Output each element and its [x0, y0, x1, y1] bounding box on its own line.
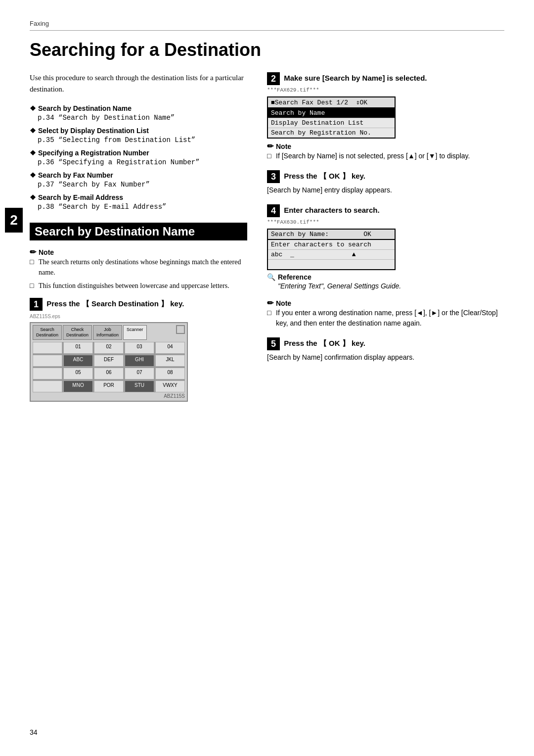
- note-block: Note The search returns only destination…: [30, 247, 247, 291]
- page-number: 34: [30, 728, 38, 736]
- section-heading: Search by Destination Name: [30, 223, 247, 240]
- printer-panel: SearchDestination CheckDestination JobIn…: [30, 322, 188, 402]
- breadcrumb: Faxing: [30, 20, 504, 27]
- panel-cell[interactable]: 01: [63, 342, 93, 354]
- step3-label: Press the 【 OK 】 key.: [284, 172, 365, 180]
- screen4-row-header: Search by Name: OK: [268, 230, 395, 240]
- step2-note-title: Note: [267, 142, 504, 151]
- panel-cell[interactable]: 08: [155, 368, 185, 379]
- panel-cell: [33, 380, 62, 392]
- screen-row-header: ■Search Fax Dest 1/2 ⇕OK: [268, 97, 395, 108]
- panel-caption: ABZ115S: [33, 393, 185, 399]
- toc-label: Search by Fax Number: [30, 171, 113, 179]
- panel-buttons: SearchDestination CheckDestination JobIn…: [33, 325, 185, 340]
- screen4-row-3: [268, 260, 395, 269]
- panel-cell[interactable]: 03: [125, 342, 154, 354]
- step2-note-item: If [Search by Name] is not selected, pre…: [267, 151, 504, 161]
- panel-cell-abc[interactable]: ABC: [63, 355, 93, 367]
- step4-note-title: Note: [267, 298, 504, 308]
- screen4-row-2: abc _ ▲: [268, 250, 395, 260]
- step1-number: 1: [30, 298, 43, 311]
- toc-label: Search by Destination Name: [30, 104, 132, 112]
- step2-number: 2: [267, 72, 280, 85]
- step3-number: 3: [267, 170, 280, 183]
- toc-ref: p.38 “Search by E-mail Address”: [38, 203, 247, 211]
- panel-cell[interactable]: 07: [125, 368, 154, 379]
- screen4-row-1: Enter characters to search: [268, 240, 395, 250]
- toc-item: Search by Destination Namep.34 “Search b…: [30, 104, 247, 122]
- step4-note: Note If you enter a wrong destination na…: [267, 298, 504, 329]
- note-title: Note: [30, 247, 247, 257]
- reference-text: "Entering Text", General Settings Guide.: [267, 281, 504, 291]
- step4-label: Enter characters to search.: [284, 206, 379, 214]
- reference-title: Reference: [267, 273, 504, 281]
- step1-block: 1 Press the 【 Search Destination 】 key. …: [30, 298, 247, 402]
- screen-row-2: Display Destination List: [268, 118, 395, 128]
- panel-cell-por[interactable]: POR: [94, 380, 124, 392]
- panel-cell-ghi[interactable]: GHI: [125, 355, 154, 367]
- step2-filename: ***FAX629.tif***: [267, 87, 504, 93]
- intro-text: Use this procedure to search through the…: [30, 72, 247, 94]
- step4-screen: Search by Name: OK Enter characters to s…: [267, 229, 396, 270]
- step2-screen: ■Search Fax Dest 1/2 ⇕OK Search by Name …: [267, 96, 396, 139]
- panel-cell-def[interactable]: DEF: [94, 355, 124, 367]
- screen-row-3: Search by Registration No.: [268, 128, 395, 138]
- screen-row-1: Search by Name: [268, 108, 395, 118]
- toc-ref: p.37 “Search by Fax Number”: [38, 181, 247, 189]
- step5-title: 5 Press the 【 OK 】 key.: [267, 337, 504, 350]
- step3-block: 3 Press the 【 OK 】 key. [Search by Name]…: [267, 170, 504, 195]
- panel-btn-search[interactable]: SearchDestination: [33, 325, 62, 340]
- step5-label: Press the 【 OK 】 key.: [284, 339, 365, 347]
- step2-title: 2 Make sure [Search by Name] is selected…: [267, 72, 504, 85]
- toc-label: Select by Display Destination List: [30, 127, 149, 135]
- panel-cell-jkl[interactable]: JKL: [155, 355, 185, 367]
- panel-cell[interactable]: 05: [63, 368, 93, 379]
- toc-item: Search by Fax Numberp.37 “Search by Fax …: [30, 171, 247, 189]
- step4-title: 4 Enter characters to search.: [267, 204, 504, 217]
- top-rule: [30, 30, 504, 31]
- right-column: 2 Make sure [Search by Name] is selected…: [267, 72, 504, 372]
- panel-cell-stu[interactable]: STU: [125, 380, 154, 392]
- step1-image-label: ABZ115S.eps: [30, 314, 247, 319]
- panel-cell[interactable]: 04: [155, 342, 185, 354]
- step2-note: Note If [Search by Name] is not selected…: [267, 142, 504, 161]
- panel-cell: [33, 355, 62, 367]
- panel-btn-check[interactable]: CheckDestination: [63, 325, 92, 340]
- step5-desc: [Search by Name] confirmation display ap…: [267, 352, 504, 363]
- note-item: This function distinguishes between lowe…: [30, 281, 247, 291]
- note-item: The search returns only destinations who…: [30, 257, 247, 278]
- panel-cell: [33, 368, 62, 379]
- panel-extra-btn: [176, 325, 185, 334]
- panel-cell: [33, 342, 62, 354]
- step3-title: 3 Press the 【 OK 】 key.: [267, 170, 504, 183]
- toc-ref: p.34 “Search by Destination Name”: [38, 114, 247, 122]
- step2-label: Make sure [Search by Name] is selected.: [284, 74, 427, 82]
- panel-cell[interactable]: 02: [94, 342, 124, 354]
- step1-label: Press the 【 Search Destination 】 key.: [46, 299, 184, 308]
- page-title: Searching for a Destination: [30, 40, 504, 60]
- step5-number: 5: [267, 337, 280, 350]
- panel-cell-vwxy[interactable]: VWXY: [155, 380, 185, 392]
- note-items: The search returns only destinations who…: [30, 257, 247, 291]
- panel-btn-scanner[interactable]: Scanner: [123, 325, 147, 340]
- panel-grid: 01 02 03 04 ABC DEF GHI JKL 05 06 07 08: [33, 342, 185, 392]
- toc-item: Search by E-mail Addressp.38 “Search by …: [30, 193, 247, 211]
- panel-cell-mno[interactable]: MNO: [63, 380, 93, 392]
- step1-title: 1 Press the 【 Search Destination 】 key.: [30, 298, 247, 311]
- step4-number: 4: [267, 204, 280, 217]
- toc-ref: p.35 “Selecting from Destination List”: [38, 136, 247, 144]
- step3-desc: [Search by Name] entry display appears.: [267, 185, 504, 195]
- step2-block: 2 Make sure [Search by Name] is selected…: [267, 72, 504, 161]
- step4-block: 4 Enter characters to search. ***FAX630.…: [267, 204, 504, 329]
- toc-item: Select by Display Destination Listp.35 “…: [30, 127, 247, 144]
- panel-cell[interactable]: 06: [94, 368, 124, 379]
- chapter-badge: 2: [5, 208, 23, 233]
- step5-block: 5 Press the 【 OK 】 key. [Search by Name]…: [267, 337, 504, 363]
- toc-label: Specifying a Registration Number: [30, 149, 149, 157]
- toc-label: Search by E-mail Address: [30, 193, 123, 201]
- panel-btn-job[interactable]: JobInformation: [93, 325, 122, 340]
- toc-item: Specifying a Registration Numberp.36 “Sp…: [30, 149, 247, 166]
- step4-filename: ***FAX630.tif***: [267, 219, 504, 225]
- toc-container: Search by Destination Namep.34 “Search b…: [30, 104, 247, 211]
- step4-note-item: If you enter a wrong destination name, p…: [267, 308, 504, 329]
